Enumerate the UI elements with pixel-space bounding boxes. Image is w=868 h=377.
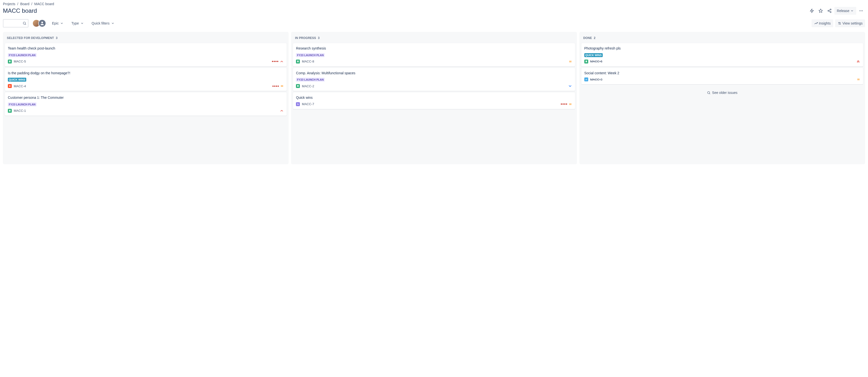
epic-issue-icon	[296, 102, 300, 106]
priority-medium-icon	[857, 78, 860, 81]
bolt-icon	[810, 8, 814, 13]
see-older-label: See older issues	[712, 91, 738, 95]
release-button[interactable]: Release	[834, 7, 856, 15]
quick-filters[interactable]: Quick filters	[90, 20, 117, 27]
card-title: Research synthesis	[296, 46, 572, 51]
svg-line-28	[709, 93, 710, 94]
issue-key[interactable]: MACC-5	[14, 60, 26, 63]
breadcrumb-current[interactable]: MACC board	[34, 2, 54, 6]
issue-card[interactable]: Comp. Analysis: Multifunctional spacesFY…	[293, 68, 575, 91]
breadcrumb-projects[interactable]: Projects	[3, 2, 16, 6]
avatar-unassigned[interactable]	[38, 19, 46, 27]
column-name: IN PROGRESS	[295, 36, 316, 40]
card-title: Social content: Week 2	[584, 71, 860, 76]
priority-medium-icon	[568, 102, 572, 106]
issue-card[interactable]: Team health check post-launchFY23 LAUNCH…	[5, 43, 287, 66]
svg-point-12	[41, 22, 43, 23]
chart-icon	[814, 21, 818, 25]
chevron-down-icon	[81, 22, 84, 25]
card-footer: MACC-4	[8, 84, 284, 88]
issue-key[interactable]: MACC-7	[302, 102, 314, 106]
card-title: Comp. Analysis: Multifunctional spaces	[296, 71, 572, 76]
svg-point-27	[708, 91, 710, 94]
epic-launch-tag[interactable]: FY23 LAUNCH PLAN	[8, 53, 36, 57]
issue-key[interactable]: MACC-3	[590, 78, 602, 82]
task-issue-icon	[584, 77, 588, 82]
chevron-down-icon	[850, 9, 854, 12]
card-footer: MACC-2	[296, 84, 572, 88]
card-footer: MACC-3	[584, 77, 860, 82]
epic-quickwins-tag[interactable]: QUICK WINS	[584, 53, 603, 57]
story-issue-icon	[296, 60, 300, 63]
issue-card[interactable]: Customer persona 1: The CommuterFY23 LAU…	[5, 92, 287, 116]
sprint-dots-icon	[272, 61, 278, 62]
epic-launch-tag[interactable]: FY23 LAUNCH PLAN	[296, 78, 324, 82]
share-button[interactable]	[826, 7, 833, 15]
bug-issue-icon	[8, 84, 12, 88]
column-header: IN PROGRESS 3	[292, 34, 575, 43]
svg-point-3	[828, 10, 829, 11]
column-name: DONE	[583, 36, 592, 40]
toolbar: Epic Type Quick filters Insights View se…	[3, 19, 865, 27]
insights-button[interactable]: Insights	[812, 19, 833, 27]
column-count: 3	[318, 36, 319, 40]
issue-card[interactable]: Quick winsMACC-7	[293, 92, 575, 109]
card-title: Is the padding dodgy on the homepage?!	[8, 71, 284, 76]
search-box[interactable]	[3, 19, 28, 27]
issue-key[interactable]: MACC-2	[302, 84, 314, 88]
share-icon	[827, 8, 832, 13]
svg-point-16	[840, 24, 840, 24]
type-filter-label: Type	[71, 21, 79, 25]
type-filter[interactable]: Type	[69, 20, 86, 27]
page-title: MACC board	[3, 7, 37, 14]
priority-high-icon	[280, 60, 284, 63]
epic-filter-label: Epic	[52, 21, 59, 25]
issue-card[interactable]: Is the padding dodgy on the homepage?!QU…	[5, 68, 287, 91]
svg-point-7	[860, 10, 860, 11]
column-count: 3	[56, 36, 58, 40]
svg-point-9	[862, 10, 863, 11]
column-selected-for-development: SELECTED FOR DEVELOPMENT 3Team health ch…	[3, 32, 288, 164]
card-title: Photography refresh pls	[584, 46, 860, 51]
header-actions: Release	[808, 7, 865, 15]
automation-button[interactable]	[808, 7, 816, 15]
breadcrumb-separator: /	[18, 2, 19, 6]
sprint-dots-icon	[561, 103, 567, 105]
quick-filters-label: Quick filters	[92, 21, 110, 25]
epic-quickwins-tag[interactable]: QUICK WINS	[8, 78, 26, 82]
column-name: SELECTED FOR DEVELOPMENT	[7, 36, 54, 40]
story-issue-icon	[8, 60, 12, 63]
star-icon	[818, 8, 823, 13]
svg-point-2	[830, 9, 831, 10]
epic-launch-tag[interactable]: FY23 LAUNCH PLAN	[8, 102, 36, 106]
column-count: 2	[594, 36, 596, 40]
issue-key[interactable]: MACC-6	[590, 60, 602, 63]
story-issue-icon	[8, 109, 12, 113]
issue-card[interactable]: Photography refresh plsQUICK WINSMACC-6	[581, 43, 863, 66]
chevron-down-icon	[111, 22, 115, 25]
issue-key[interactable]: MACC-4	[14, 84, 26, 88]
star-button[interactable]	[817, 7, 825, 15]
story-issue-icon	[584, 60, 588, 63]
breadcrumb-board[interactable]: Board	[20, 2, 29, 6]
more-horizontal-icon	[859, 8, 863, 13]
more-button[interactable]	[857, 7, 865, 15]
svg-marker-1	[819, 9, 823, 12]
card-title: Customer persona 1: The Commuter	[8, 95, 284, 100]
issue-key[interactable]: MACC-1	[14, 109, 26, 113]
story-issue-icon	[296, 84, 300, 88]
view-settings-button[interactable]: View settings	[835, 19, 865, 27]
svg-marker-0	[810, 9, 813, 13]
issue-key[interactable]: MACC-8	[302, 60, 314, 63]
svg-marker-22	[297, 103, 299, 105]
see-older-issues[interactable]: See older issues	[581, 86, 864, 99]
issue-card[interactable]: Research synthesisFY23 LAUNCH PLANMACC-8	[293, 43, 575, 66]
epic-filter[interactable]: Epic	[50, 20, 65, 27]
issue-card[interactable]: Social content: Week 2MACC-3	[581, 68, 863, 85]
card-footer: MACC-5	[8, 60, 284, 63]
avatar-group[interactable]	[32, 19, 46, 27]
sliders-icon	[838, 21, 841, 25]
epic-launch-tag[interactable]: FY23 LAUNCH PLAN	[296, 53, 324, 57]
card-title: Team health check post-launch	[8, 46, 284, 51]
priority-high-icon	[280, 109, 284, 113]
